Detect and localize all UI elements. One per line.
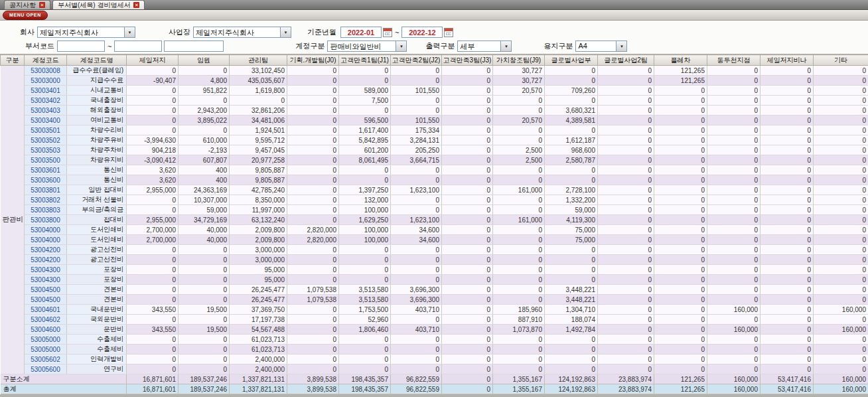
value-cell: 0: [545, 255, 598, 265]
table-row[interactable]: 53004000도서인쇄비2,700,00040,0002,009,8002,8…: [1, 235, 868, 245]
table-row[interactable]: 53004601국내운반비343,55019,50037,369,75001,7…: [1, 305, 868, 315]
dept-code-to-input[interactable]: [114, 40, 162, 52]
value-cell: 0: [127, 275, 179, 285]
close-icon[interactable]: ✕: [133, 2, 139, 8]
column-header[interactable]: 동두천지점: [707, 55, 760, 66]
column-header[interactable]: 고객만족2팀(J2): [391, 55, 442, 66]
tab-notice[interactable]: 공지사항 ✕: [4, 0, 50, 9]
value-cell: 1,492,784: [545, 325, 598, 335]
column-header[interactable]: 플레차: [654, 55, 707, 66]
table-row[interactable]: 53003802거래처 선물비010,307,0008,350,0000132,…: [1, 195, 868, 205]
value-cell: 0: [339, 345, 391, 355]
value-cell: 1,073,870: [493, 325, 545, 335]
site-select[interactable]: 제일저지주식회사▼: [193, 27, 291, 38]
table-row[interactable]: 53005000수출제비0061,023,71300000000000: [1, 345, 868, 355]
value-cell: 0: [760, 205, 814, 215]
chevron-down-icon: ▼: [616, 41, 626, 51]
table-row[interactable]: 53005000수출제비0061,023,71300000000000: [1, 335, 868, 345]
value-cell: 0: [760, 145, 814, 155]
account-name-cell: 차량유지비: [67, 155, 127, 165]
value-cell: 0: [442, 235, 493, 245]
value-cell: 59,000: [179, 205, 230, 215]
column-header[interactable]: 구분: [1, 55, 25, 66]
value-cell: -3,994,630: [127, 135, 179, 145]
calendar-icon[interactable]: [444, 28, 453, 37]
value-cell: 0: [287, 215, 339, 225]
column-header[interactable]: 글로벌사업부: [545, 55, 598, 66]
grand-total-row[interactable]: 총계16,871,601189,537,2461,337,821,1313,89…: [1, 384, 868, 394]
dept-code-from-input[interactable]: [57, 40, 105, 52]
menu-open-button[interactable]: MENU OPEN: [3, 11, 48, 20]
value-cell: 0: [442, 255, 493, 265]
table-row[interactable]: 53004500견본비0026,245,4771,079,5383,513,58…: [1, 285, 868, 295]
table-row[interactable]: 53004300포장비0095,00000000000000: [1, 275, 868, 285]
account-code-cell: 53003402: [25, 96, 67, 106]
calendar-icon[interactable]: [383, 28, 392, 37]
value-cell: 2,580,787: [545, 155, 598, 165]
table-row[interactable]: 53005602인력개발비002,400,00000000000000: [1, 355, 868, 364]
column-header[interactable]: 고객만족3팀(J3): [442, 55, 493, 66]
tab-expense-report[interactable]: 부서별(세목) 경비명세서 ✕: [52, 0, 145, 9]
table-row[interactable]: 53004200광고선전비003,000,00000000000000: [1, 255, 868, 265]
value-cell: 0: [127, 315, 179, 325]
table-row[interactable]: 판관비53003008급수수료(클레임)0033,102,450000030,7…: [1, 66, 868, 76]
column-header[interactable]: 제일저지: [127, 55, 179, 66]
output-type-select[interactable]: 세부▼: [457, 40, 512, 52]
value-cell: 0: [760, 225, 814, 235]
value-cell: 2,500: [493, 145, 545, 155]
value-cell: 0: [493, 245, 545, 255]
account-code-cell: 53003801: [25, 185, 67, 195]
value-cell: 0: [707, 245, 760, 255]
account-code-cell: 53003008: [25, 66, 67, 76]
table-row[interactable]: 53004300포장비0095,00000000000000: [1, 265, 868, 275]
column-header[interactable]: 고객만족1팀(J1): [339, 55, 391, 66]
value-cell: 2,009,800: [230, 225, 287, 235]
table-row[interactable]: 53003801일반 접대비2,955,00024,363,16942,785,…: [1, 185, 868, 195]
close-icon[interactable]: ✕: [39, 2, 45, 8]
column-header[interactable]: 가치창조팀(J9): [493, 55, 545, 66]
account-code-cell: 53004000: [25, 235, 67, 245]
table-row[interactable]: 53003402국내출장비00007,500000000000: [1, 96, 868, 106]
value-cell: 0: [493, 265, 545, 275]
value-cell: 0: [814, 364, 868, 374]
table-row[interactable]: 53003601통신비3,6204009,805,88700000000000: [1, 165, 868, 175]
table-row[interactable]: 53004000도서인쇄비2,700,00040,0002,009,8002,8…: [1, 225, 868, 235]
column-header[interactable]: 임원: [179, 55, 230, 66]
table-row[interactable]: 53004500견본비0026,245,4771,079,5383,513,58…: [1, 295, 868, 305]
table-row[interactable]: 53003800접대비2,955,00034,729,16963,132,240…: [1, 215, 868, 225]
period-from-input[interactable]: [340, 27, 382, 38]
value-cell: 0: [442, 135, 493, 145]
paper-type-select[interactable]: A4▼: [575, 40, 627, 52]
table-row[interactable]: 53004600운반비343,55019,50054,567,48801,806…: [1, 325, 868, 335]
table-row[interactable]: 53003403해외출장비02,943,20032,861,206000003,…: [1, 106, 868, 116]
table-row[interactable]: 53003000지급수수료-90,4074,800435,035,6070000…: [1, 76, 868, 86]
table-row[interactable]: 53003803부의금/축의금059,00011,997,0000100,000…: [1, 205, 868, 215]
column-header[interactable]: 관리팀: [230, 55, 287, 66]
value-cell: 185,960: [493, 305, 545, 315]
dept-name-field[interactable]: [164, 40, 224, 52]
value-cell: 0: [814, 185, 868, 195]
table-row[interactable]: 53003401시내교통비0951,8221,619,8000589,00010…: [1, 86, 868, 96]
table-row[interactable]: 53004602국외운반비0017,197,738052,96000887,91…: [1, 315, 868, 325]
table-row[interactable]: 53003502차량주유비-3,994,630610,0009,595,7120…: [1, 135, 868, 145]
table-row[interactable]: 53003400여비교통비03,895,02234,481,0060596,50…: [1, 116, 868, 125]
column-header[interactable]: 계정코드: [25, 55, 67, 66]
subtotal-row[interactable]: 구분소계16,871,601189,537,2461,337,821,1313,…: [1, 374, 868, 384]
value-cell: 0: [707, 106, 760, 116]
column-header[interactable]: 글로벌사업2팀: [598, 55, 654, 66]
column-header[interactable]: 계정코드명: [67, 55, 127, 66]
value-cell: 0: [127, 86, 179, 96]
table-row[interactable]: 53003501차량수리비001,924,50101,617,400175,33…: [1, 125, 868, 135]
table-row[interactable]: 53003500차량유지비-3,090,412607,80720,977,258…: [1, 155, 868, 165]
account-type-select[interactable]: 판매비와일반비▼: [327, 40, 407, 52]
column-header[interactable]: 제일저지비나: [760, 55, 814, 66]
company-select[interactable]: 제일저지주식회사▼: [37, 27, 135, 38]
table-row[interactable]: 53005600연구비002,400,00000000000000: [1, 364, 868, 374]
table-row[interactable]: 53003503차량주차비904,218-2,1939,457,0450601,…: [1, 145, 868, 155]
table-row[interactable]: 53003600통신비3,6204009,805,88700000000000: [1, 175, 868, 185]
value-cell: 0: [127, 205, 179, 215]
column-header[interactable]: 기획.개발팀(J0): [287, 55, 339, 66]
column-header[interactable]: 기타: [814, 55, 868, 66]
period-to-input[interactable]: [401, 27, 443, 38]
table-row[interactable]: 53004200광고선전비003,000,00000000000000: [1, 245, 868, 255]
